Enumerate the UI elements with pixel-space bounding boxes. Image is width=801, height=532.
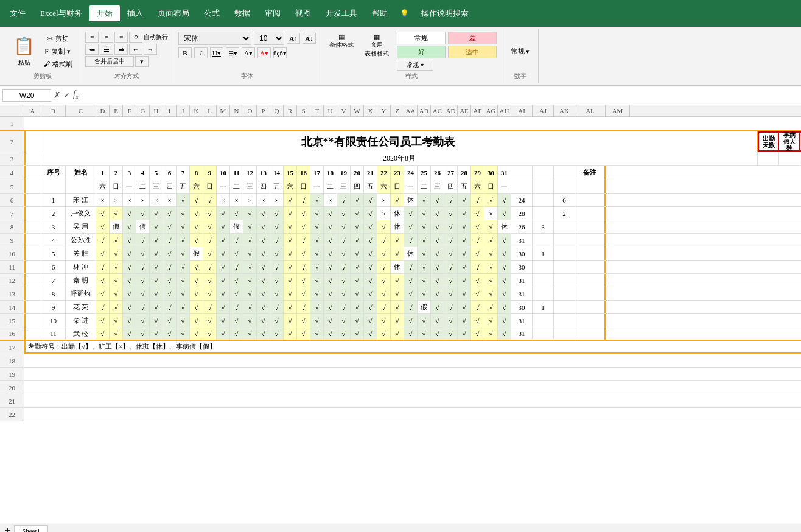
border-button[interactable]: ⊞▾ (226, 47, 239, 58)
tab-formula[interactable]: 公式 (197, 5, 227, 21)
copy-button[interactable]: ⎘ 复制 ▾ (41, 46, 75, 57)
cell-day: √ (444, 301, 458, 313)
align-top-left-button[interactable]: ≡ (85, 32, 99, 43)
cell-day: √ (310, 327, 324, 340)
tab-home[interactable]: 开始 (89, 5, 120, 21)
cell-day: √ (498, 274, 511, 287)
cell-day: √ (498, 207, 511, 220)
cell-day: √ (257, 314, 270, 327)
row-3-num: 3 (0, 152, 24, 165)
italic-button[interactable]: I (194, 47, 208, 58)
cell-day: √ (123, 261, 136, 273)
paste-button[interactable]: 📋 粘贴 (10, 35, 38, 68)
font-size-select[interactable]: 10 (254, 32, 284, 45)
cell-reference-input[interactable] (2, 89, 51, 102)
cell-day: 假 (136, 220, 150, 233)
sheet-tabs: + Sheet1 (0, 523, 801, 532)
cell-name: 吴 用 (66, 220, 96, 233)
cell-name: 卢俊义 (66, 207, 96, 220)
number-dropdown-icon[interactable]: ▾ (526, 47, 530, 55)
cell-day: √ (418, 287, 431, 300)
tab-insert[interactable]: 插入 (120, 5, 150, 21)
cell-day: √ (230, 207, 243, 220)
wrap-text-button[interactable]: ⟲ (129, 32, 142, 43)
cell-name: 公孙胜 (66, 234, 96, 247)
merge-dropdown-button[interactable]: ▾ (135, 56, 149, 67)
align-top-right-button[interactable]: ≡ (114, 32, 128, 43)
align-left-button[interactable]: ⬅ (85, 44, 99, 55)
cell-day: 假 (110, 220, 123, 233)
tab-file[interactable]: 文件 (2, 5, 33, 21)
tab-view[interactable]: 视图 (288, 5, 318, 21)
col-header-v: V (337, 105, 351, 116)
cut-button[interactable]: ✂ 剪切 (41, 33, 75, 44)
tab-page-layout[interactable]: 页面布局 (150, 5, 197, 21)
cell-day: √ (203, 247, 217, 260)
cell-day: √ (257, 247, 270, 260)
bold-button[interactable]: B (178, 47, 192, 58)
align-center-button[interactable]: ☰ (100, 44, 113, 55)
col-header-r: R (284, 105, 297, 116)
conditional-format-button[interactable]: ▦ 条件格式 (326, 32, 357, 51)
formula-input[interactable] (81, 91, 799, 100)
align-right-button[interactable]: ➡ (114, 44, 128, 55)
cell-day: √ (391, 327, 404, 340)
cell-day: √ (471, 261, 484, 273)
cell-day: √ (110, 261, 123, 273)
style-good-cell[interactable]: 好 (397, 46, 446, 58)
cell-day: √ (217, 287, 230, 300)
merge-center-button[interactable]: 合并后居中 (85, 56, 134, 67)
tab-review[interactable]: 审阅 (257, 5, 288, 21)
sheet-tab-1[interactable]: Sheet1 (14, 525, 48, 532)
font-size-decrease-button[interactable]: A↓ (303, 33, 316, 44)
indent-increase-button[interactable]: → (144, 44, 157, 55)
cell-day: √ (136, 301, 150, 313)
group-style: ▦ 条件格式 ▦ 套用表格格式 常规 差 好 适中 (321, 29, 502, 83)
cell-day: √ (270, 261, 284, 273)
font-color-button[interactable]: A▾ (257, 47, 271, 58)
align-top-center-button[interactable]: ≡ (100, 32, 113, 43)
add-sheet-button[interactable]: + (2, 525, 13, 533)
cell-day: √ (230, 287, 243, 300)
cell-day: √ (391, 194, 404, 206)
tab-help[interactable]: 帮助 (365, 5, 395, 21)
tab-excel-finance[interactable]: Excel与财务 (33, 5, 89, 21)
cell-day: √ (324, 314, 337, 327)
font-size-increase-button[interactable]: A↑ (287, 33, 300, 44)
cell-day: √ (96, 274, 110, 287)
col-header-l: L (203, 105, 217, 116)
cell-day: √ (471, 194, 484, 206)
cell-day: √ (110, 287, 123, 300)
tab-search[interactable]: 操作说明搜索 (414, 5, 476, 21)
cell-day: √ (498, 287, 511, 300)
style-medium-cell[interactable]: 适中 (448, 46, 497, 58)
col-header-aa: AA (404, 105, 418, 116)
cell-day: √ (404, 314, 418, 327)
row-2-num: 2 (0, 131, 24, 152)
cell-note (575, 287, 606, 300)
cell-day: √ (404, 301, 418, 313)
table-style-button[interactable]: ▦ 套用表格格式 (362, 32, 392, 59)
style-bad-cell[interactable]: 差 (448, 32, 497, 44)
font-family-select[interactable]: 宋体 (178, 32, 251, 45)
cell-day: √ (270, 327, 284, 340)
cell-name: 花 荣 (66, 301, 96, 313)
cell-sick: 1 (533, 301, 554, 313)
style-normal-cell[interactable]: 常规 (397, 32, 446, 44)
format-painter-button[interactable]: 🖌 格式刷 (41, 58, 75, 70)
cell-day: √ (270, 287, 284, 300)
cell-absent (554, 314, 575, 327)
cell-day: √ (136, 327, 150, 340)
tab-developer[interactable]: 开发工具 (318, 5, 365, 21)
cell-day: √ (243, 301, 257, 313)
conditional-format-icon: ▦ (338, 33, 345, 41)
underline-button[interactable]: U▾ (210, 47, 223, 58)
indent-decrease-button[interactable]: ← (129, 44, 142, 55)
cell-attend: 31 (511, 287, 533, 300)
col-header-i: I (163, 105, 177, 116)
special-char-button[interactable]: üęñ▾ (273, 47, 287, 58)
tab-data[interactable]: 数据 (227, 5, 257, 21)
fill-color-button[interactable]: A▾ (242, 47, 255, 58)
cell-day: √ (484, 220, 498, 233)
percent-button[interactable]: 常规 ▾ (397, 60, 433, 71)
